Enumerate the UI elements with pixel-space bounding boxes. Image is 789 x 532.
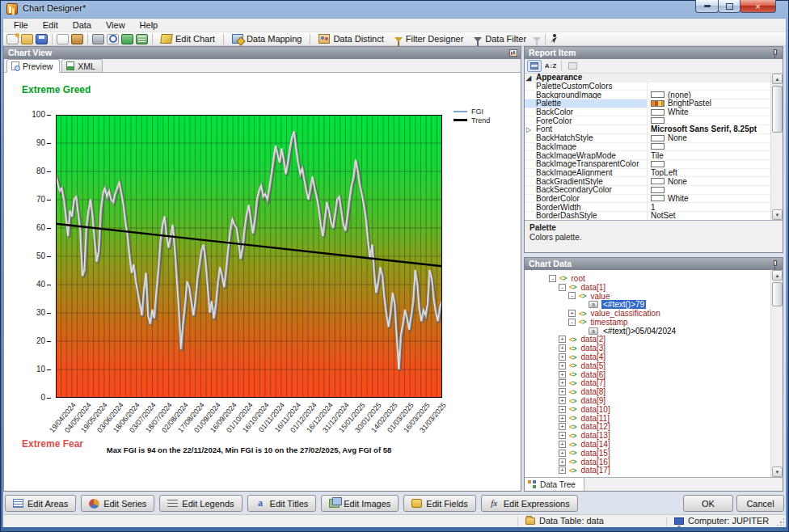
- close-button[interactable]: ×: [740, 0, 776, 13]
- property-row-palette[interactable]: PaletteBrightPastel: [525, 99, 770, 108]
- expand-icon[interactable]: +: [559, 371, 566, 378]
- tree-node-data-4-[interactable]: +<>data[4]: [525, 353, 770, 361]
- page-setup-icon[interactable]: [57, 34, 69, 44]
- tree-node-data-17-[interactable]: +<>data[17]: [525, 467, 770, 475]
- filter-designer-button[interactable]: Filter Designer: [390, 33, 468, 44]
- menu-edit[interactable]: Edit: [36, 19, 65, 31]
- property-value[interactable]: 1: [648, 203, 770, 211]
- property-row-backimagetransparentcolor[interactable]: BackImageTransparentColor: [525, 160, 770, 169]
- property-value[interactable]: NotSet: [648, 212, 770, 220]
- collapse-icon[interactable]: ◢: [526, 74, 531, 82]
- menu-view[interactable]: View: [99, 19, 133, 31]
- edit-titles-button[interactable]: aEdit Titles: [247, 495, 317, 512]
- design-icon[interactable]: [71, 34, 83, 44]
- expand-icon[interactable]: +: [559, 441, 566, 448]
- expand-icon[interactable]: +: [559, 336, 566, 343]
- expand-icon[interactable]: +: [559, 397, 566, 404]
- property-grid-scrollbar[interactable]: ▲ ▼: [770, 74, 783, 220]
- property-row-backimagewrapmode[interactable]: BackImageWrapModeTile: [525, 151, 770, 160]
- property-value[interactable]: [648, 82, 770, 91]
- property-row-backgradientstyle[interactable]: BackGradientStyleNone: [525, 177, 770, 186]
- property-value[interactable]: [648, 160, 770, 168]
- expand-icon[interactable]: +: [559, 458, 566, 466]
- edit-chart-button[interactable]: Edit Chart: [157, 33, 219, 44]
- expand-icon[interactable]: +: [559, 344, 566, 352]
- tree-node-data-11-[interactable]: +<>data[11]: [525, 414, 770, 423]
- cancel-button[interactable]: Cancel: [736, 495, 784, 512]
- edit-expressions-button[interactable]: fxEdit Expressions: [481, 495, 578, 512]
- tree-node-data-1-[interactable]: -<>data[1]: [525, 283, 770, 292]
- property-value[interactable]: BrightPastel: [648, 99, 770, 108]
- resize-grip[interactable]: [776, 517, 784, 526]
- tree-node-timestamp[interactable]: -<>timestamp: [525, 318, 770, 327]
- menu-data[interactable]: Data: [65, 19, 99, 31]
- ok-button[interactable]: OK: [683, 495, 733, 512]
- property-row-backimage[interactable]: BackImage: [525, 143, 770, 152]
- tree-node-data-15-[interactable]: +<>data[15]: [525, 449, 770, 458]
- property-value[interactable]: [648, 143, 770, 151]
- scroll-down-arrow[interactable]: ▼: [772, 209, 783, 220]
- tree-node-value[interactable]: -<>value: [525, 292, 770, 301]
- property-row-borderdashstyle[interactable]: BorderDashStyleNotSet: [525, 212, 770, 220]
- tree-node-value-classification[interactable]: +<>value_classification: [525, 309, 770, 318]
- tree-node-root[interactable]: -<>root: [525, 274, 770, 283]
- property-value[interactable]: White: [648, 195, 770, 203]
- collapse-icon[interactable]: -: [549, 275, 556, 282]
- tab-xml[interactable]: XML: [61, 59, 103, 72]
- property-row-backcolor[interactable]: BackColorWhite: [525, 108, 770, 117]
- data-mapping-button[interactable]: Data Mapping: [228, 33, 306, 44]
- edit-fields-button[interactable]: Edit Fields: [403, 495, 475, 512]
- property-row-backhatchstyle[interactable]: BackHatchStyleNone: [525, 134, 770, 143]
- property-value[interactable]: [648, 186, 770, 194]
- expand-icon[interactable]: +: [568, 310, 576, 317]
- edit-legends-button[interactable]: Edit Legends: [159, 495, 242, 512]
- categorized-button[interactable]: [527, 60, 542, 72]
- property-value[interactable]: [648, 116, 770, 125]
- tree-node-data-12-[interactable]: +<>data[12]: [525, 423, 770, 432]
- tree-node-data-5-[interactable]: +<>data[5]: [525, 361, 770, 370]
- property-value[interactable]: None: [648, 134, 770, 142]
- tree-node--text-05-04-2024[interactable]: a<#text()>05/04/2024: [525, 327, 770, 336]
- new-document-icon[interactable]: [6, 34, 19, 44]
- tree-node-data-7-[interactable]: +<>data[7]: [525, 379, 770, 388]
- property-row-font[interactable]: ▷FontMicrosoft Sans Serif, 8.25pt: [525, 125, 770, 134]
- tree-node-data-14-[interactable]: +<>data[14]: [525, 440, 770, 449]
- expand-icon[interactable]: +: [559, 388, 566, 395]
- sort-alphabetical-button[interactable]: A↓Z: [543, 60, 558, 72]
- collapse-icon[interactable]: -: [559, 284, 566, 291]
- property-value[interactable]: None: [648, 177, 770, 185]
- property-row-bordercolor[interactable]: BorderColorWhite: [525, 195, 770, 204]
- tree-node-data-2-[interactable]: +<>data[2]: [525, 336, 770, 344]
- maximize-button[interactable]: [718, 0, 740, 13]
- property-value[interactable]: Tile: [648, 151, 770, 159]
- tree-node-data-8-[interactable]: +<>data[8]: [525, 387, 770, 396]
- export-grid-icon[interactable]: [136, 34, 148, 44]
- app-icon[interactable]: [6, 3, 18, 15]
- save-icon[interactable]: [36, 34, 48, 44]
- expand-icon[interactable]: +: [559, 362, 566, 369]
- tree-scrollbar[interactable]: ▲ ▼: [770, 270, 783, 477]
- print-preview-icon[interactable]: [107, 34, 119, 44]
- scroll-thumb[interactable]: [772, 86, 783, 133]
- property-row-backgroundimage[interactable]: BackgroundImage(none): [525, 91, 770, 99]
- property-value[interactable]: Microsoft Sans Serif, 8.25pt: [648, 125, 770, 133]
- tab-data-tree[interactable]: Data Tree: [525, 478, 584, 491]
- minimize-button[interactable]: [695, 0, 719, 13]
- tree-node--text-79[interactable]: a<#text()>79: [525, 300, 770, 309]
- menu-help[interactable]: Help: [133, 19, 166, 31]
- tree-node-data-6-[interactable]: +<>data[6]: [525, 370, 770, 379]
- edit-areas-button[interactable]: Edit Areas: [5, 495, 76, 512]
- collapse-icon[interactable]: -: [568, 292, 576, 299]
- tree-node-data-9-[interactable]: +<>data[9]: [525, 396, 770, 405]
- property-category-row[interactable]: ◢Appearance: [525, 74, 770, 82]
- expand-icon[interactable]: +: [559, 432, 566, 439]
- expand-icon[interactable]: +: [559, 415, 566, 422]
- tree-node-data-16-[interactable]: +<>data[16]: [525, 458, 770, 467]
- edit-images-button[interactable]: Edit Images: [321, 495, 399, 512]
- expand-icon[interactable]: +: [559, 379, 566, 386]
- property-row-palettecustomcolors[interactable]: PaletteCustomColors: [525, 82, 770, 91]
- scroll-up-arrow[interactable]: ▲: [772, 74, 783, 84]
- property-value[interactable]: TopLeft: [648, 169, 770, 177]
- property-row-backsecondarycolor[interactable]: BackSecondaryColor: [525, 186, 770, 195]
- property-value[interactable]: White: [648, 108, 770, 116]
